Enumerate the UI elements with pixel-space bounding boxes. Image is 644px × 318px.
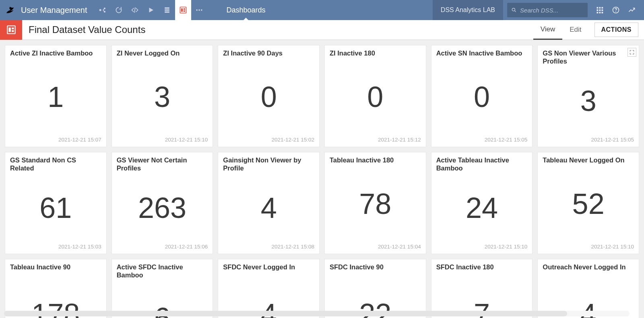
tile[interactable]: ZI Inactive 180 0 2021-12-21 15:12 [324, 45, 426, 147]
svg-rect-20 [597, 12, 599, 14]
svg-rect-16 [602, 7, 603, 9]
svg-rect-26 [8, 28, 10, 32]
svg-rect-21 [599, 12, 601, 14]
tile-title: Active SFDC Inactive Bamboo [112, 259, 213, 279]
svg-rect-7 [181, 8, 183, 12]
svg-rect-15 [599, 7, 601, 9]
tile[interactable]: Gainsight Non Viewer by Profile 4 2021-1… [218, 152, 320, 254]
tile-value: 1 [5, 57, 106, 137]
tile-title: Tableau Inactive 180 [325, 152, 426, 164]
flow-icon[interactable] [95, 0, 111, 20]
tile[interactable]: SFDC Inactive 180 7 [431, 259, 533, 318]
tile-title: GS Viewer Not Certain Profiles [112, 152, 213, 172]
search-input[interactable] [520, 7, 584, 14]
tile-timestamp: 2021-12-21 15:10 [431, 244, 533, 254]
tile-timestamp: 2021-12-21 15:05 [538, 137, 639, 147]
dashboard-badge-icon[interactable] [0, 20, 22, 40]
tile[interactable]: SFDC Inactive 90 22 [324, 259, 426, 318]
tile-value: 0 [431, 57, 533, 137]
tab-view[interactable]: View [533, 20, 563, 40]
tile-title: Gainsight Non Viewer by Profile [218, 152, 319, 172]
bird-logo-icon[interactable] [5, 6, 15, 14]
svg-point-10 [196, 9, 197, 10]
tile-title: SFDC Never Logged In [218, 259, 319, 271]
tile-title: Active SN Inactive Bamboo [431, 45, 533, 57]
lab-button[interactable]: DSS Analytics LAB [433, 0, 503, 20]
nav-right-icons [592, 0, 644, 20]
tile-title: SFDC Inactive 90 [325, 259, 426, 271]
trend-icon[interactable] [624, 0, 640, 20]
play-icon[interactable] [143, 0, 159, 20]
tile-value: 3 [538, 66, 639, 137]
tile-timestamp: 2021-12-21 15:10 [112, 137, 213, 147]
tile-title: Tableau Inactive 90 [5, 259, 106, 271]
tile-timestamp: 2021-12-21 15:06 [112, 244, 213, 254]
tile-value: 0 [325, 57, 426, 137]
scrollbar-thumb[interactable] [4, 311, 567, 316]
svg-rect-18 [599, 10, 601, 11]
tile-title: Active ZI Inactive Bamboo [5, 45, 106, 57]
svg-rect-27 [12, 28, 14, 29]
tile[interactable]: Outreach Never Logged In 4 [537, 259, 639, 318]
tile[interactable]: SFDC Never Logged In 4 [218, 259, 320, 318]
tile[interactable]: Tableau Inactive 90 178 [5, 259, 107, 318]
tile-title: ZI Inactive 90 Days [218, 45, 319, 57]
tile-title: Active Tableau Inactive Bamboo [431, 152, 533, 172]
nav-tools [95, 0, 207, 20]
code-icon[interactable] [127, 0, 143, 20]
tile[interactable]: GS Viewer Not Certain Profiles 263 2021-… [111, 152, 213, 254]
stack-icon[interactable] [159, 0, 175, 20]
tile-value: 4 [218, 172, 319, 244]
tile-value: 61 [5, 172, 106, 244]
svg-rect-19 [602, 10, 603, 11]
search-box[interactable] [507, 3, 588, 17]
tile-title: ZI Never Logged On [112, 45, 213, 57]
top-nav: User Management Dashboards DSS Analytics… [0, 0, 644, 20]
tile[interactable]: ZI Never Logged On 3 2021-12-21 15:10 [111, 45, 213, 147]
tile-value: 0 [218, 57, 319, 137]
search-icon [511, 7, 517, 13]
expand-icon[interactable] [627, 48, 636, 57]
tile-timestamp: 2021-12-21 15:02 [218, 137, 319, 147]
svg-rect-6 [180, 7, 186, 13]
svg-rect-4 [165, 9, 169, 10]
help-icon[interactable] [608, 0, 624, 20]
tiles-grid: Active ZI Inactive Bamboo 1 2021-12-21 1… [0, 40, 644, 318]
apps-icon[interactable] [592, 0, 608, 20]
tile-timestamp: 2021-12-21 15:04 [325, 244, 426, 254]
tile-value: 263 [112, 172, 213, 244]
tile[interactable]: GS Standard Non CS Related 61 2021-12-21… [5, 152, 107, 254]
tile-value: 3 [112, 57, 213, 137]
tile[interactable]: GS Non Viewer Various Profiles 3 2021-12… [537, 45, 639, 147]
section-label[interactable]: Dashboards [227, 0, 266, 20]
tab-edit[interactable]: Edit [562, 20, 588, 40]
actions-button[interactable]: ACTIONS [594, 23, 639, 37]
tile-value: 78 [325, 164, 426, 244]
tile[interactable]: Active ZI Inactive Bamboo 1 2021-12-21 1… [5, 45, 107, 147]
tile-timestamp: 2021-12-21 15:08 [218, 244, 319, 254]
project-title[interactable]: User Management [21, 6, 87, 15]
tile-title: ZI Inactive 180 [325, 45, 426, 57]
tile-title: Tableau Never Logged On [538, 152, 639, 164]
tile[interactable]: Active SN Inactive Bamboo 0 2021-12-21 1… [431, 45, 533, 147]
tile-timestamp: 2021-12-21 15:03 [5, 244, 106, 254]
dashboard-icon[interactable] [175, 0, 191, 20]
svg-point-12 [201, 9, 202, 10]
tile[interactable]: Tableau Inactive 180 78 2021-12-21 15:04 [324, 152, 426, 254]
tile-title: SFDC Inactive 180 [431, 259, 533, 271]
tile[interactable]: Active Tableau Inactive Bamboo 24 2021-1… [431, 152, 533, 254]
svg-rect-22 [602, 12, 603, 14]
svg-rect-9 [183, 10, 185, 12]
tile[interactable]: Active SFDC Inactive Bamboo 6 [111, 259, 213, 318]
tile-value: 24 [431, 172, 533, 244]
tile-value: 52 [538, 164, 639, 244]
tile-timestamp: 2021-12-21 15:05 [431, 137, 533, 147]
svg-point-24 [615, 11, 616, 12]
more-icon[interactable] [191, 0, 207, 20]
horizontal-scrollbar[interactable] [4, 311, 630, 316]
tile[interactable]: ZI Inactive 90 Days 0 2021-12-21 15:02 [218, 45, 320, 147]
tile[interactable]: Tableau Never Logged On 52 2021-12-21 15… [537, 152, 639, 254]
svg-point-11 [198, 9, 200, 10]
cycle-icon[interactable] [111, 0, 127, 20]
tile-title: Outreach Never Logged In [538, 259, 639, 271]
